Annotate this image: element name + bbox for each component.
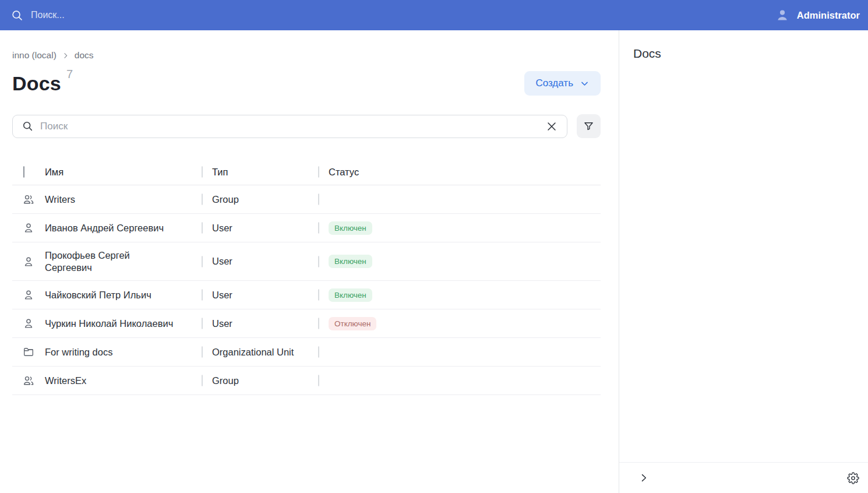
row-type: User <box>203 318 319 329</box>
topbar: Administrator <box>0 0 868 30</box>
breadcrumb-root[interactable]: inno (local) <box>12 50 57 61</box>
folder-icon <box>22 346 35 358</box>
details-panel-footer <box>619 462 868 493</box>
gear-icon <box>847 472 859 484</box>
breadcrumb-chevron-icon <box>62 52 69 59</box>
details-panel-title: Docs <box>633 47 854 61</box>
table-search[interactable] <box>12 115 567 138</box>
global-search-input[interactable] <box>31 10 276 20</box>
status-badge: Отключен <box>329 317 376 330</box>
collapse-panel-button[interactable] <box>637 471 651 485</box>
close-icon <box>545 120 558 133</box>
row-name: Чайковский Петр Ильич <box>45 282 203 308</box>
status-badge: Включен <box>329 255 372 268</box>
objects-table: Имя Тип Статус Writers Group <box>12 159 601 395</box>
group-icon <box>22 374 35 387</box>
table-row[interactable]: WritersEx Group <box>12 367 601 395</box>
row-type: User <box>203 290 319 301</box>
user-icon <box>22 317 35 330</box>
create-button-label: Создать <box>535 78 573 89</box>
row-name: Иванов Андрей Сергеевич <box>45 215 203 241</box>
table-row[interactable]: Иванов Андрей Сергеевич User Включен <box>12 214 601 242</box>
column-header-type: Тип <box>203 167 319 178</box>
table-row[interactable]: Чайковский Петр Ильич User Включен <box>12 281 601 309</box>
clear-search-button[interactable] <box>544 119 559 134</box>
search-icon <box>22 120 34 132</box>
user-icon <box>22 221 35 234</box>
chevron-right-icon <box>638 472 650 484</box>
table-header: Имя Тип Статус <box>12 159 601 185</box>
breadcrumb-current[interactable]: docs <box>75 50 94 61</box>
column-header-name: Имя <box>45 167 203 178</box>
breadcrumb: inno (local) docs <box>12 50 601 61</box>
main-panel: inno (local) docs Docs7 Создать <box>0 30 619 493</box>
row-name: Чуркин Николай Николаевич <box>45 311 203 337</box>
user-icon <box>22 255 35 268</box>
status-badge: Включен <box>329 221 372 235</box>
table-search-input[interactable] <box>40 121 538 132</box>
user-icon <box>22 288 35 301</box>
row-type: Organizational Unit <box>203 347 319 358</box>
row-name: WritersEx <box>45 368 203 394</box>
status-badge: Включен <box>329 288 372 302</box>
row-type: Group <box>203 194 319 205</box>
filter-button[interactable] <box>577 114 601 138</box>
user-name: Administrator <box>797 10 860 21</box>
row-name: Writers <box>45 186 203 213</box>
row-type: Group <box>203 375 319 386</box>
user-menu[interactable]: Administrator <box>775 8 860 22</box>
row-name: Прокофьев Сергей Сергеевич <box>45 242 147 280</box>
user-avatar-icon <box>775 8 789 22</box>
column-header-status: Статус <box>319 167 601 178</box>
filter-funnel-icon <box>583 120 595 132</box>
table-row[interactable]: Чуркин Николай Николаевич User Отключен <box>12 309 601 338</box>
row-type: User <box>203 223 319 234</box>
item-count: 7 <box>66 68 73 80</box>
table-body: Writers Group Иванов Андрей Сергеевич Us… <box>12 185 601 395</box>
page-title: Docs7 <box>12 72 73 95</box>
group-icon <box>22 193 35 206</box>
global-search[interactable] <box>10 9 775 22</box>
row-name: For writing docs <box>45 339 203 365</box>
create-button[interactable]: Создать <box>524 71 601 96</box>
table-row[interactable]: For writing docs Organizational Unit <box>12 338 601 367</box>
chevron-down-icon <box>580 79 590 89</box>
table-row[interactable]: Writers Group <box>12 185 601 214</box>
table-row[interactable]: Прокофьев Сергей Сергеевич User Включен <box>12 242 601 281</box>
row-type: User <box>203 256 319 267</box>
settings-button[interactable] <box>846 471 860 485</box>
search-icon <box>10 9 24 22</box>
details-panel: Docs <box>619 30 868 493</box>
select-all-checkbox[interactable] <box>23 166 24 178</box>
